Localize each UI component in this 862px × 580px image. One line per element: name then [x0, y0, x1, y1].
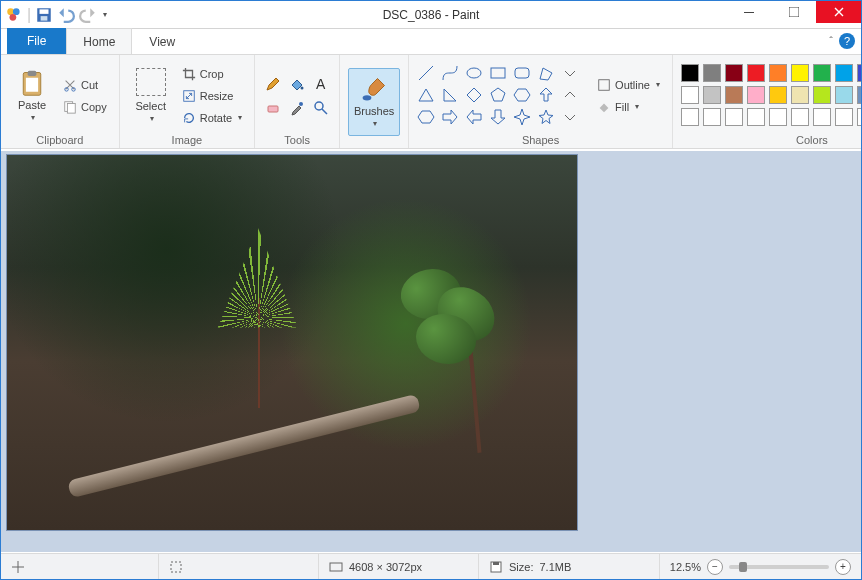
status-selection-size [159, 554, 319, 579]
color-swatch[interactable] [813, 86, 831, 104]
shape-right-triangle-icon[interactable] [441, 86, 459, 104]
canvas-area[interactable] [1, 151, 861, 552]
save-icon[interactable] [35, 6, 53, 24]
shape-line-icon[interactable] [417, 64, 435, 82]
shape-triangle-icon[interactable] [417, 86, 435, 104]
color-swatch[interactable] [835, 86, 853, 104]
color-swatch[interactable] [747, 108, 765, 126]
color-swatch[interactable] [791, 86, 809, 104]
shape-pentagon-icon[interactable] [489, 86, 507, 104]
brushes-button[interactable]: Brushes ▾ [348, 68, 400, 136]
select-button[interactable]: Select ▾ [128, 62, 174, 130]
zoom-in-button[interactable]: + [835, 559, 851, 575]
image-canvas[interactable] [7, 155, 577, 530]
magnifier-tool-icon[interactable] [311, 98, 331, 118]
zoom-slider-thumb[interactable] [739, 562, 747, 572]
maximize-button[interactable] [771, 1, 816, 23]
color-swatch[interactable] [681, 64, 699, 82]
color-swatch[interactable] [681, 86, 699, 104]
zoom-controls: 12.5% − + [660, 559, 861, 575]
color-swatch[interactable] [769, 64, 787, 82]
pencil-tool-icon[interactable] [263, 74, 283, 94]
shape-scroll-up-icon[interactable] [561, 86, 579, 104]
svg-point-21 [363, 95, 372, 100]
svg-rect-9 [28, 71, 37, 76]
color-swatch[interactable] [747, 86, 765, 104]
fill-dropdown-icon[interactable]: ▾ [635, 102, 639, 111]
select-dropdown-icon[interactable]: ▾ [150, 114, 154, 123]
copy-button[interactable]: Copy [59, 97, 111, 117]
undo-icon[interactable] [57, 6, 75, 24]
shape-hexagon-icon[interactable] [513, 86, 531, 104]
paste-dropdown-icon[interactable]: ▾ [31, 113, 35, 122]
shape-arrow-left-icon[interactable] [465, 108, 483, 126]
color-swatch[interactable] [725, 108, 743, 126]
color-swatch[interactable] [791, 108, 809, 126]
color-swatch[interactable] [813, 64, 831, 82]
shapes-gallery[interactable] [417, 64, 583, 128]
color-swatch[interactable] [813, 108, 831, 126]
color-swatch[interactable] [747, 64, 765, 82]
window-title: DSC_0386 - Paint [383, 8, 480, 22]
color-swatch[interactable] [681, 108, 699, 126]
shape-star5-icon[interactable] [537, 108, 555, 126]
rotate-dropdown-icon[interactable]: ▾ [238, 113, 242, 122]
brushes-dropdown-icon[interactable]: ▾ [373, 119, 377, 128]
shape-diamond-icon[interactable] [465, 86, 483, 104]
color-swatch[interactable] [835, 108, 853, 126]
shape-star4-icon[interactable] [513, 108, 531, 126]
shape-curve-icon[interactable] [441, 64, 459, 82]
color-swatch[interactable] [769, 108, 787, 126]
view-tab[interactable]: View [132, 28, 192, 54]
color-swatch[interactable] [857, 64, 862, 82]
home-tab[interactable]: Home [66, 28, 132, 54]
shape-rect-icon[interactable] [489, 64, 507, 82]
shape-outline-button[interactable]: Outline ▾ [593, 75, 664, 95]
dimensions-icon [329, 560, 343, 574]
shape-oval-icon[interactable] [465, 64, 483, 82]
color-swatch[interactable] [791, 64, 809, 82]
outline-dropdown-icon[interactable]: ▾ [656, 80, 660, 89]
file-tab[interactable]: File [7, 28, 66, 54]
svg-rect-25 [599, 79, 610, 90]
zoom-out-button[interactable]: − [707, 559, 723, 575]
select-label: Select [135, 100, 166, 112]
shape-arrow-up-icon[interactable] [537, 86, 555, 104]
color-swatch[interactable] [703, 64, 721, 82]
crop-button[interactable]: Crop [178, 64, 246, 84]
fill-tool-icon[interactable] [287, 74, 307, 94]
color-swatch[interactable] [857, 108, 862, 126]
paste-button[interactable]: Paste ▾ [9, 62, 55, 130]
fill-label: Fill [615, 101, 629, 113]
shape-scroll-down2-icon[interactable] [561, 108, 579, 126]
color-swatch[interactable] [725, 86, 743, 104]
shape-polygon-icon[interactable] [537, 64, 555, 82]
shape-hex2-icon[interactable] [417, 108, 435, 126]
zoom-slider[interactable] [729, 565, 829, 569]
status-image-dimensions: 4608 × 3072px [319, 554, 479, 579]
color-swatch[interactable] [857, 86, 862, 104]
redo-icon[interactable] [79, 6, 97, 24]
qat-dropdown-icon[interactable]: ▾ [103, 10, 107, 19]
svg-point-1 [13, 8, 20, 15]
close-button[interactable] [816, 1, 861, 23]
rotate-button[interactable]: Rotate ▾ [178, 108, 246, 128]
color-picker-tool-icon[interactable] [287, 98, 307, 118]
color-swatch[interactable] [725, 64, 743, 82]
eraser-tool-icon[interactable] [263, 98, 283, 118]
color-swatch[interactable] [835, 64, 853, 82]
color-swatch[interactable] [703, 108, 721, 126]
shape-arrow-down-icon[interactable] [489, 108, 507, 126]
color-swatch[interactable] [769, 86, 787, 104]
minimize-button[interactable] [726, 1, 771, 23]
collapse-ribbon-icon[interactable]: ˆ [829, 35, 833, 47]
shape-fill-button[interactable]: Fill ▾ [593, 97, 664, 117]
color-swatch[interactable] [703, 86, 721, 104]
shape-arrow-right-icon[interactable] [441, 108, 459, 126]
cut-button[interactable]: Cut [59, 75, 111, 95]
text-tool-icon[interactable]: A [311, 74, 331, 94]
resize-button[interactable]: Resize [178, 86, 246, 106]
shape-scroll-down-icon[interactable] [561, 64, 579, 82]
help-icon[interactable]: ? [839, 33, 855, 49]
shape-roundrect-icon[interactable] [513, 64, 531, 82]
